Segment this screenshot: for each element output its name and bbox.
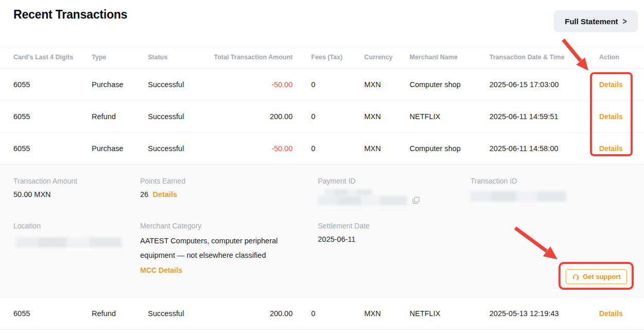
cell-amount: 200.00 (210, 309, 293, 318)
cell-card-last4: 6055 (13, 144, 92, 153)
payment-id-redacted-value (325, 189, 372, 196)
merchant-category-value: AATEST Computers, computer peripheral eq… (140, 234, 313, 277)
cell-status: Successful (148, 80, 210, 89)
column-header-datetime: Transaction Date & Time (489, 54, 599, 61)
transaction-amount-label: Transaction Amount (13, 177, 77, 185)
cell-amount: -50.00 (210, 80, 293, 89)
transaction-detail-panel: Transaction Amount 50.00 MXN Points Earn… (0, 164, 644, 298)
column-header-type: Type (92, 54, 148, 61)
cell-card-last4: 6055 (13, 80, 92, 89)
location-label: Location (13, 222, 41, 230)
details-link[interactable]: Details (599, 80, 631, 89)
points-details-link[interactable]: Details (152, 190, 177, 199)
table-row: 6055 Purchase Successful -50.00 0 MXN Co… (0, 133, 644, 164)
merchant-category-label: Merchant Category (140, 222, 201, 230)
cell-merchant: NETFLIX (410, 309, 489, 318)
header-bar: Recent Transactions Full Statement > (0, 0, 644, 46)
cell-amount: 200.00 (210, 112, 293, 121)
cell-currency: MXN (364, 112, 410, 121)
transaction-amount-value: 50.00 MXN (13, 190, 51, 199)
copy-icon[interactable] (412, 196, 420, 204)
cell-currency: MXN (364, 80, 410, 89)
table-row: 6055 Refund Successful 200.00 0 MXN NETF… (0, 298, 644, 329)
cell-type: Purchase (92, 80, 148, 89)
transaction-id-label: Transaction ID (470, 177, 517, 185)
settlement-date-label: Settlement Date (318, 222, 369, 230)
cell-datetime: 2025-06-11 14:58:00 (489, 144, 599, 153)
table-row: 6055 Purchase Successful -50.00 0 MXN Co… (0, 69, 644, 101)
chevron-right-icon: > (623, 16, 627, 26)
points-earned-label: Points Earned (140, 177, 185, 185)
cell-type: Refund (92, 112, 148, 121)
cell-card-last4: 6055 (13, 112, 92, 121)
table-row: 6055 Refund Successful 200.00 0 MXN NETF… (0, 101, 644, 133)
cell-status: Successful (148, 144, 210, 153)
cell-fees: 0 (293, 112, 364, 121)
cell-datetime: 2025-06-15 17:03:00 (489, 80, 599, 89)
cell-type: Refund (92, 309, 148, 318)
cell-currency: MXN (364, 144, 410, 153)
settlement-date-value: 2025-06-11 (318, 235, 355, 243)
mcc-details-link[interactable]: MCC Details (140, 263, 182, 277)
cell-fees: 0 (293, 144, 364, 153)
headset-icon (572, 273, 580, 280)
cell-status: Successful (148, 309, 210, 318)
cell-status: Successful (148, 112, 210, 121)
cell-type: Purchase (92, 144, 148, 153)
location-redacted-value (15, 237, 122, 248)
column-header-amount: Total Transaction Amount (210, 54, 293, 61)
cell-datetime: 2025-06-11 14:59:51 (489, 112, 599, 121)
cell-fees: 0 (293, 80, 364, 89)
get-support-label: Get support (583, 273, 621, 280)
column-header-currency: Currency (364, 54, 410, 61)
points-earned-value: 26 Details (140, 190, 177, 199)
column-header-merchant: Merchant Name (410, 54, 489, 61)
cell-fees: 0 (293, 309, 364, 318)
column-header-status: Status (148, 54, 210, 61)
cell-merchant: Computer shop (410, 80, 489, 89)
payment-id-label: Payment ID (318, 177, 355, 185)
transaction-id-redacted-value (470, 191, 566, 202)
cell-card-last4: 6055 (13, 309, 92, 318)
table-header-row: Card's Last 4 Digits Type Status Total T… (0, 46, 644, 69)
cell-merchant: NETFLIX (410, 112, 489, 121)
column-header-card-last4: Card's Last 4 Digits (13, 54, 92, 61)
full-statement-label: Full Statement (565, 17, 618, 26)
details-link[interactable]: Details (599, 144, 631, 153)
page-title: Recent Transactions (13, 8, 127, 22)
get-support-button[interactable]: Get support (566, 269, 627, 284)
payment-id-redacted-value (318, 196, 407, 205)
details-link[interactable]: Details (599, 112, 631, 121)
column-header-action: Action (599, 54, 631, 61)
merchant-category-text: AATEST Computers, computer peripheral eq… (140, 237, 278, 259)
details-link[interactable]: Details (599, 309, 631, 318)
points-earned-number: 26 (140, 190, 148, 199)
cell-amount: -50.00 (210, 144, 293, 153)
cell-merchant: Computer shop (410, 144, 489, 153)
cell-currency: MXN (364, 309, 410, 318)
cell-datetime: 2025-05-13 12:19:43 (489, 309, 599, 318)
full-statement-button[interactable]: Full Statement > (554, 10, 638, 32)
column-header-fees: Fees (Tax) (293, 54, 364, 61)
